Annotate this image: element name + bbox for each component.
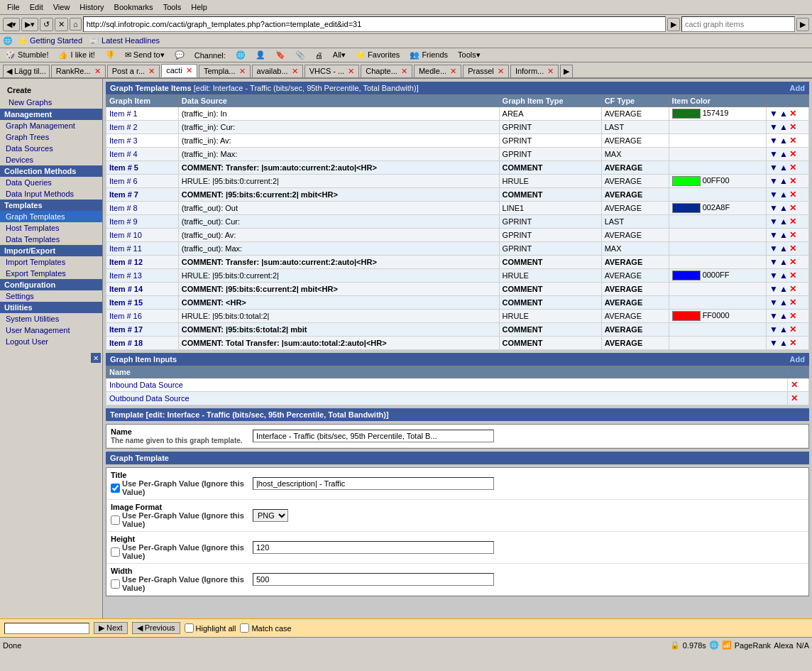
item-link-15[interactable]: Item # 15 xyxy=(109,298,143,307)
tab-cacti[interactable]: cacti ✕ xyxy=(161,64,197,77)
item-link-11[interactable]: Item # 11 xyxy=(109,244,142,253)
sidebar-item-graph-trees[interactable]: Graph Trees xyxy=(0,131,102,143)
del-13[interactable]: ✕ xyxy=(789,271,796,280)
all-btn[interactable]: All▾ xyxy=(330,50,349,60)
del-12[interactable]: ✕ xyxy=(789,257,796,267)
down-15[interactable]: ▼ xyxy=(769,298,778,307)
go-button[interactable]: ▶ xyxy=(667,18,680,31)
sidebar-item-graph-templates[interactable]: Graph Templates xyxy=(0,211,102,222)
tab-chapte[interactable]: Chapte... ✕ xyxy=(361,65,412,77)
match-case-checkbox-label[interactable]: Match case xyxy=(240,623,291,633)
item-link-2[interactable]: Item # 2 xyxy=(109,123,138,131)
up-15[interactable]: ▲ xyxy=(779,298,788,307)
sidebar-collapse-btn[interactable]: ✕ xyxy=(91,353,101,363)
down-12[interactable]: ▼ xyxy=(769,257,778,267)
down-2[interactable]: ▼ xyxy=(769,122,778,132)
add-graph-item-link[interactable]: Add xyxy=(790,84,805,92)
tab-vhcs[interactable]: VHCS - ... ✕ xyxy=(304,65,360,77)
del-10[interactable]: ✕ xyxy=(789,230,796,240)
down-14[interactable]: ▼ xyxy=(769,284,778,294)
down-11[interactable]: ▼ xyxy=(769,244,778,253)
del-18[interactable]: ✕ xyxy=(789,338,796,348)
menu-history[interactable]: History xyxy=(75,1,108,13)
tab-prassel[interactable]: Prassel ✕ xyxy=(463,65,509,77)
item-link-1[interactable]: Item # 1 xyxy=(109,109,138,118)
del-4[interactable]: ✕ xyxy=(789,149,796,159)
sidebar-item-user-management[interactable]: User Management xyxy=(0,324,102,336)
sidebar-item-host-templates[interactable]: Host Templates xyxy=(0,222,102,234)
down-18[interactable]: ▼ xyxy=(769,338,778,348)
up-4[interactable]: ▲ xyxy=(779,149,788,159)
down-16[interactable]: ▼ xyxy=(769,311,778,321)
item-link-6[interactable]: Item # 6 xyxy=(109,177,138,185)
sidebar-item-data-input-methods[interactable]: Data Input Methods xyxy=(0,188,102,200)
item-link-14[interactable]: Item # 14 xyxy=(109,285,143,293)
del-11[interactable]: ✕ xyxy=(789,244,796,253)
sidebar-item-logout-user[interactable]: Logout User xyxy=(0,336,102,347)
tab-close-cacti[interactable]: ✕ xyxy=(186,66,192,75)
tab-post[interactable]: Post a r... ✕ xyxy=(107,65,160,77)
title-input[interactable] xyxy=(253,477,494,490)
friends-btn[interactable]: 👥 Friends xyxy=(407,50,451,60)
up-3[interactable]: ▲ xyxy=(779,136,788,146)
del-inbound[interactable]: ✕ xyxy=(791,380,798,390)
menu-bookmarks[interactable]: Bookmarks xyxy=(110,1,158,13)
match-case-checkbox[interactable] xyxy=(240,623,249,633)
up-16[interactable]: ▲ xyxy=(779,311,788,321)
down-5[interactable]: ▼ xyxy=(769,163,778,173)
down-3[interactable]: ▼ xyxy=(769,136,778,146)
add-input-link[interactable]: Add xyxy=(790,355,805,364)
find-previous-button[interactable]: ◀ Previous xyxy=(132,622,180,634)
title-checkbox[interactable] xyxy=(111,484,120,493)
del-outbound[interactable]: ✕ xyxy=(791,393,798,403)
outbound-ds-link[interactable]: Outbound Data Source xyxy=(109,394,190,403)
width-input[interactable] xyxy=(253,573,494,586)
home-button[interactable]: ⌂ xyxy=(70,18,82,31)
search-go-button[interactable]: ▶ xyxy=(796,18,809,31)
up-6[interactable]: ▲ xyxy=(779,176,788,186)
tab-close-post[interactable]: ✕ xyxy=(148,67,155,75)
down-13[interactable]: ▼ xyxy=(769,271,778,280)
down-7[interactable]: ▼ xyxy=(769,190,778,200)
item-link-5[interactable]: Item # 5 xyxy=(109,163,138,172)
sidebar-item-data-templates[interactable]: Data Templates xyxy=(0,234,102,245)
like-btn[interactable]: 👍 I like it! xyxy=(55,50,97,60)
template-name-input[interactable] xyxy=(253,430,494,442)
sidebar-item-devices[interactable]: Devices xyxy=(0,154,102,165)
del-14[interactable]: ✕ xyxy=(789,284,796,294)
sidebar-item-graph-management[interactable]: Graph Management xyxy=(0,120,102,131)
tab-close-inform[interactable]: ✕ xyxy=(547,67,554,75)
favorites-btn[interactable]: ⭐ Favorites xyxy=(353,50,402,60)
sidebar-item-system-utilities[interactable]: System Utilities xyxy=(0,313,102,324)
tab-close-medle[interactable]: ✕ xyxy=(450,67,456,75)
up-14[interactable]: ▲ xyxy=(779,284,788,294)
channel-globe-btn[interactable]: 🌐 xyxy=(233,50,248,60)
tab-prev[interactable]: ◀ Lägg til... xyxy=(3,65,50,77)
down-1[interactable]: ▼ xyxy=(769,109,778,119)
up-18[interactable]: ▲ xyxy=(779,338,788,348)
del-7[interactable]: ✕ xyxy=(789,190,796,200)
channel-user-btn[interactable]: 👤 xyxy=(253,50,268,60)
item-link-8[interactable]: Item # 8 xyxy=(109,204,138,212)
inbound-ds-link[interactable]: Inbound Data Source xyxy=(109,381,183,389)
down-4[interactable]: ▼ xyxy=(769,149,778,159)
tab-close-vhcs[interactable]: ✕ xyxy=(348,67,354,75)
item-link-7[interactable]: Item # 7 xyxy=(109,190,138,199)
item-link-16[interactable]: Item # 16 xyxy=(109,312,142,320)
sidebar-item-settings[interactable]: Settings xyxy=(0,290,102,302)
tab-close-rankre[interactable]: ✕ xyxy=(94,67,101,75)
del-15[interactable]: ✕ xyxy=(789,298,796,307)
image-format-checkbox-label[interactable]: Use Per-Graph Value (Ignore this Value) xyxy=(111,511,253,528)
find-input[interactable] xyxy=(4,623,89,634)
image-format-select[interactable]: PNG GIF SVG xyxy=(253,509,288,522)
tab-rankre[interactable]: RankRe... ✕ xyxy=(51,65,106,77)
sidebar-item-export-templates[interactable]: Export Templates xyxy=(0,268,102,279)
height-checkbox-label[interactable]: Use Per-Graph Value (Ignore this Value) xyxy=(111,543,253,560)
stumble-btn[interactable]: 🎲 Stumble! xyxy=(3,50,51,60)
up-2[interactable]: ▲ xyxy=(779,122,788,132)
del-6[interactable]: ✕ xyxy=(789,176,796,186)
menu-edit[interactable]: Edit xyxy=(26,1,48,13)
del-16[interactable]: ✕ xyxy=(789,311,796,321)
del-9[interactable]: ✕ xyxy=(789,217,796,227)
menu-help[interactable]: Help xyxy=(187,1,212,13)
